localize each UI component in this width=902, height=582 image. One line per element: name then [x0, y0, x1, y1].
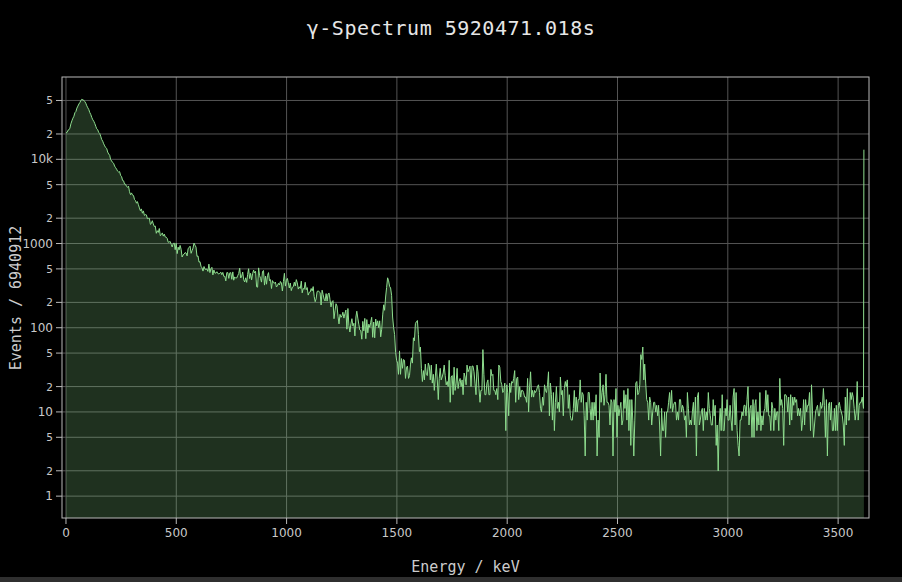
- y-tick-label: 10: [38, 405, 53, 419]
- y-tick-label: 1000: [22, 237, 53, 251]
- y-tick-label: 10k: [31, 152, 53, 166]
- spectrum-fill: [66, 99, 864, 518]
- x-tick-label: 3000: [713, 526, 744, 540]
- spectrum-plot[interactable]: 5210k52100052100521052105001000150020002…: [0, 0, 902, 582]
- y-tick-label: 2: [46, 212, 53, 224]
- app-window: γ-Spectrum 5920471.018s 5210k52100052100…: [0, 0, 902, 582]
- x-tick-label: 2000: [492, 526, 523, 540]
- x-tick-label: 3500: [823, 526, 854, 540]
- y-tick-label: 1: [45, 489, 53, 503]
- y-tick-label: 5: [46, 431, 53, 443]
- x-tick-label: 1500: [382, 526, 413, 540]
- y-tick-label: 2: [46, 128, 53, 140]
- y-tick-label: 5: [46, 347, 53, 359]
- y-tick-label: 2: [46, 296, 53, 308]
- y-axis-title: Events / 6940912: [7, 226, 25, 371]
- x-tick-label: 500: [165, 526, 188, 540]
- x-axis-title: Energy / keV: [62, 558, 869, 576]
- y-tick-label: 100: [30, 321, 53, 335]
- y-tick-label: 2: [46, 381, 53, 393]
- window-edge-strip: [0, 577, 902, 582]
- y-tick-label: 5: [46, 179, 53, 191]
- y-tick-label: 5: [46, 263, 53, 275]
- x-tick-label: 1000: [271, 526, 302, 540]
- y-tick-label: 5: [46, 94, 53, 106]
- y-tick-label: 2: [46, 465, 53, 477]
- x-tick-label: 2500: [602, 526, 633, 540]
- x-tick-label: 0: [62, 526, 70, 540]
